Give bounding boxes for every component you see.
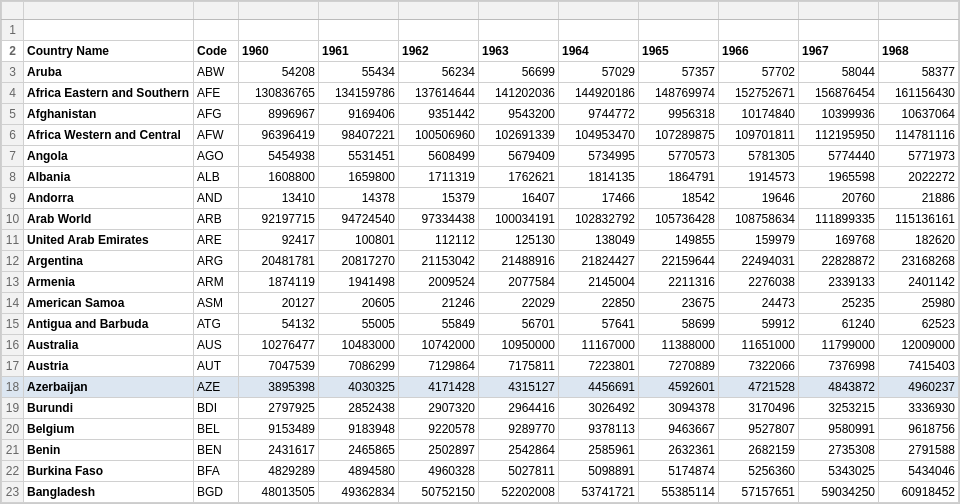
data-cell[interactable]: 2907320	[399, 398, 479, 419]
table-row[interactable]: 7AngolaAGO545493855314515608499567940957…	[2, 146, 961, 167]
country-name[interactable]: Andorra	[24, 188, 194, 209]
data-cell[interactable]: 2632361	[639, 440, 719, 461]
data-cell[interactable]: 144920186	[559, 83, 639, 104]
data-cell[interactable]: 10276477	[239, 335, 319, 356]
data-cell[interactable]: 49362834	[319, 482, 399, 503]
data-cell[interactable]: 4894580	[319, 461, 399, 482]
data-cell[interactable]: 5781305	[719, 146, 799, 167]
data-cell[interactable]: 15379	[399, 188, 479, 209]
col-header-b[interactable]	[194, 2, 239, 20]
country-code[interactable]: BEL	[194, 419, 239, 440]
data-cell[interactable]: 16407	[479, 188, 559, 209]
data-cell[interactable]: 10950000	[479, 335, 559, 356]
country-name[interactable]: Country Name	[24, 41, 194, 62]
country-code[interactable]: AUS	[194, 335, 239, 356]
data-cell[interactable]: 2145004	[559, 272, 639, 293]
data-cell[interactable]: 2797925	[239, 398, 319, 419]
data-cell[interactable]: 9744772	[559, 104, 639, 125]
data-cell[interactable]: 1967	[799, 41, 879, 62]
data-cell[interactable]: 4030325	[319, 377, 399, 398]
data-cell[interactable]: 3094378	[639, 398, 719, 419]
data-cell[interactable]: 23675	[639, 293, 719, 314]
col-header-h[interactable]	[639, 2, 719, 20]
data-cell[interactable]: 2211316	[639, 272, 719, 293]
data-cell[interactable]: 114781116	[879, 125, 959, 146]
data-cell[interactable]: 9351442	[399, 104, 479, 125]
data-cell[interactable]: 5256360	[719, 461, 799, 482]
data-cell[interactable]	[639, 20, 719, 41]
data-cell[interactable]: 2009524	[399, 272, 479, 293]
data-cell[interactable]: 2791588	[879, 440, 959, 461]
data-cell[interactable]: 125130	[479, 230, 559, 251]
data-cell[interactable]: 2964416	[479, 398, 559, 419]
table-row[interactable]: 16AustraliaAUS10276477104830001074200010…	[2, 335, 961, 356]
country-name[interactable]: Albania	[24, 167, 194, 188]
country-code[interactable]: ARG	[194, 251, 239, 272]
data-cell[interactable]: 4171428	[399, 377, 479, 398]
col-header-g[interactable]	[559, 2, 639, 20]
data-cell[interactable]: 10174840	[719, 104, 799, 125]
data-cell[interactable]: 1941498	[319, 272, 399, 293]
data-cell[interactable]: 5774440	[799, 146, 879, 167]
data-cell[interactable]: 9153489	[239, 419, 319, 440]
data-cell[interactable]: 59912	[719, 314, 799, 335]
data-cell[interactable]: 1762621	[479, 167, 559, 188]
data-cell[interactable]: 19646	[719, 188, 799, 209]
data-cell[interactable]: 11651000	[719, 335, 799, 356]
data-cell[interactable]: 98407221	[319, 125, 399, 146]
data-cell[interactable]: 1608800	[239, 167, 319, 188]
country-code[interactable]: ABW	[194, 62, 239, 83]
country-code[interactable]: BFA	[194, 461, 239, 482]
data-cell[interactable]	[479, 20, 559, 41]
data-cell[interactable]: 11167000	[559, 335, 639, 356]
table-row[interactable]: 3ArubaABW5420855434562345669957029573575…	[2, 62, 961, 83]
country-code[interactable]: BEN	[194, 440, 239, 461]
table-row[interactable]: 5AfghanistanAFG8996967916940693514429543…	[2, 104, 961, 125]
data-cell[interactable]: 108758634	[719, 209, 799, 230]
data-cell[interactable]	[879, 20, 959, 41]
country-name[interactable]: Burkina Faso	[24, 461, 194, 482]
data-cell[interactable]: 134159786	[319, 83, 399, 104]
country-name[interactable]: Benin	[24, 440, 194, 461]
data-cell[interactable]: 1711319	[399, 167, 479, 188]
data-cell[interactable]: 2542864	[479, 440, 559, 461]
data-cell[interactable]: 20605	[319, 293, 399, 314]
data-cell[interactable]: 24473	[719, 293, 799, 314]
data-cell[interactable]: 1968	[879, 41, 959, 62]
data-cell[interactable]: 9183948	[319, 419, 399, 440]
country-name[interactable]: Belgium	[24, 419, 194, 440]
data-cell[interactable]: 2852438	[319, 398, 399, 419]
country-name[interactable]: Azerbaijan	[24, 377, 194, 398]
data-cell[interactable]: 5531451	[319, 146, 399, 167]
data-cell[interactable]: 5098891	[559, 461, 639, 482]
table-row[interactable]: 8AlbaniaALB16088001659800171131917626211…	[2, 167, 961, 188]
data-cell[interactable]: 4456691	[559, 377, 639, 398]
data-cell[interactable]	[239, 20, 319, 41]
data-cell[interactable]: 2276038	[719, 272, 799, 293]
data-cell[interactable]: 2022272	[879, 167, 959, 188]
table-row[interactable]: 18AzerbaijanAZE3895398403032541714284315…	[2, 377, 961, 398]
data-cell[interactable]: 7129864	[399, 356, 479, 377]
data-cell[interactable]: 182620	[879, 230, 959, 251]
table-row[interactable]: 22Burkina FasoBFA48292894894580496032850…	[2, 461, 961, 482]
data-cell[interactable]: 7175811	[479, 356, 559, 377]
data-cell[interactable]: 57702	[719, 62, 799, 83]
data-cell[interactable]: 7376998	[799, 356, 879, 377]
data-cell[interactable]: 2431617	[239, 440, 319, 461]
data-cell[interactable]: 9580991	[799, 419, 879, 440]
country-code[interactable]: ATG	[194, 314, 239, 335]
data-cell[interactable]: 92197715	[239, 209, 319, 230]
table-row[interactable]: 2Country NameCode19601961196219631964196…	[2, 41, 961, 62]
data-cell[interactable]: 55005	[319, 314, 399, 335]
data-cell[interactable]: 156876454	[799, 83, 879, 104]
country-code[interactable]: AGO	[194, 146, 239, 167]
table-row[interactable]: 11United Arab EmiratesARE924171008011121…	[2, 230, 961, 251]
data-cell[interactable]: 102832792	[559, 209, 639, 230]
data-cell[interactable]	[559, 20, 639, 41]
country-name[interactable]: Angola	[24, 146, 194, 167]
data-cell[interactable]: 57641	[559, 314, 639, 335]
data-cell[interactable]: 21886	[879, 188, 959, 209]
data-cell[interactable]: 2585961	[559, 440, 639, 461]
data-cell[interactable]: 21153042	[399, 251, 479, 272]
data-cell[interactable]: 159979	[719, 230, 799, 251]
